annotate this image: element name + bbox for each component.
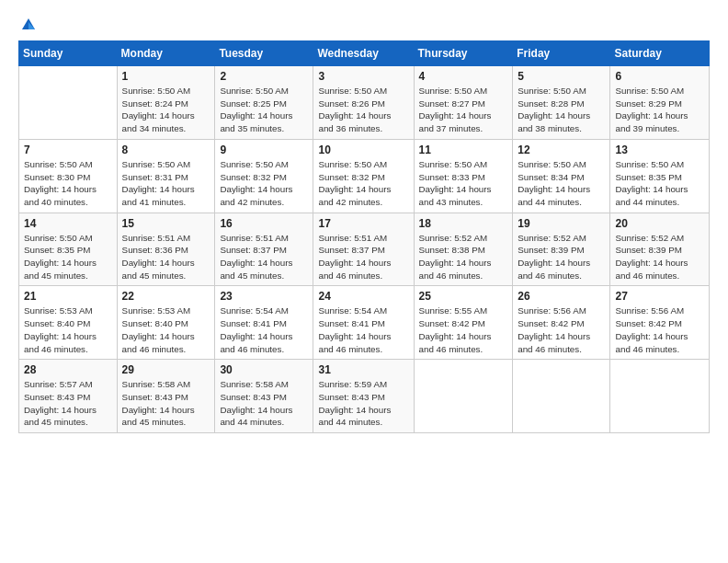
day-number: 17	[318, 217, 408, 230]
day-info: Sunrise: 5:50 AM Sunset: 8:35 PM Dayligh…	[24, 232, 112, 282]
day-number: 25	[419, 290, 508, 303]
calendar-cell: 31Sunrise: 5:59 AM Sunset: 8:43 PM Dayli…	[313, 360, 414, 433]
day-number: 12	[518, 144, 605, 156]
day-info: Sunrise: 5:52 AM Sunset: 8:39 PM Dayligh…	[615, 232, 704, 282]
day-number: 30	[220, 363, 308, 376]
calendar-cell: 16Sunrise: 5:51 AM Sunset: 8:37 PM Dayli…	[215, 213, 313, 286]
day-number: 5	[518, 70, 605, 83]
day-info: Sunrise: 5:56 AM Sunset: 8:42 PM Dayligh…	[615, 304, 704, 355]
day-info: Sunrise: 5:50 AM Sunset: 8:33 PM Dayligh…	[419, 158, 508, 209]
calendar-cell: 30Sunrise: 5:58 AM Sunset: 8:43 PM Dayli…	[215, 360, 313, 433]
day-number: 3	[318, 70, 408, 83]
calendar-cell: 1Sunrise: 5:50 AM Sunset: 8:24 PM Daylig…	[117, 66, 215, 140]
day-number: 28	[24, 363, 112, 376]
calendar-cell	[610, 360, 710, 433]
day-info: Sunrise: 5:50 AM Sunset: 8:35 PM Dayligh…	[615, 158, 704, 209]
day-info: Sunrise: 5:53 AM Sunset: 8:40 PM Dayligh…	[24, 304, 112, 355]
day-number: 1	[122, 70, 210, 83]
header-day-wednesday: Wednesday	[313, 41, 414, 66]
calendar-cell: 28Sunrise: 5:57 AM Sunset: 8:43 PM Dayli…	[19, 360, 118, 433]
calendar-cell	[513, 360, 610, 433]
day-number: 20	[615, 217, 704, 230]
day-number: 31	[318, 363, 408, 376]
header-day-sunday: Sunday	[19, 41, 118, 66]
calendar-week-4: 21Sunrise: 5:53 AM Sunset: 8:40 PM Dayli…	[19, 286, 710, 360]
day-number: 27	[615, 290, 704, 303]
calendar-cell: 22Sunrise: 5:53 AM Sunset: 8:40 PM Dayli…	[117, 286, 215, 360]
day-number: 19	[518, 217, 605, 230]
calendar-cell: 26Sunrise: 5:56 AM Sunset: 8:42 PM Dayli…	[513, 286, 610, 360]
calendar-cell	[19, 66, 118, 140]
day-number: 9	[220, 144, 308, 156]
day-info: Sunrise: 5:50 AM Sunset: 8:32 PM Dayligh…	[220, 158, 308, 209]
day-number: 10	[318, 144, 408, 156]
page: SundayMondayTuesdayWednesdayThursdayFrid…	[0, 0, 728, 563]
day-info: Sunrise: 5:50 AM Sunset: 8:28 PM Dayligh…	[518, 85, 605, 135]
day-number: 15	[122, 217, 210, 230]
calendar-cell: 6Sunrise: 5:50 AM Sunset: 8:29 PM Daylig…	[610, 66, 710, 140]
day-number: 11	[419, 144, 508, 156]
calendar-cell: 11Sunrise: 5:50 AM Sunset: 8:33 PM Dayli…	[414, 139, 513, 213]
day-number: 26	[518, 290, 605, 303]
calendar-cell: 3Sunrise: 5:50 AM Sunset: 8:26 PM Daylig…	[313, 66, 414, 140]
logo-icon	[20, 17, 37, 33]
calendar-week-3: 14Sunrise: 5:50 AM Sunset: 8:35 PM Dayli…	[19, 213, 710, 286]
day-info: Sunrise: 5:50 AM Sunset: 8:29 PM Dayligh…	[615, 85, 704, 135]
header-day-friday: Friday	[513, 41, 610, 66]
day-info: Sunrise: 5:50 AM Sunset: 8:31 PM Dayligh…	[122, 158, 210, 209]
day-number: 7	[24, 144, 112, 156]
day-number: 29	[122, 363, 210, 376]
calendar-cell: 27Sunrise: 5:56 AM Sunset: 8:42 PM Dayli…	[610, 286, 710, 360]
header-day-monday: Monday	[117, 41, 215, 66]
calendar-cell: 4Sunrise: 5:50 AM Sunset: 8:27 PM Daylig…	[414, 66, 513, 140]
calendar-cell: 19Sunrise: 5:52 AM Sunset: 8:39 PM Dayli…	[513, 213, 610, 286]
calendar-cell: 15Sunrise: 5:51 AM Sunset: 8:36 PM Dayli…	[117, 213, 215, 286]
day-number: 24	[318, 290, 408, 303]
day-info: Sunrise: 5:57 AM Sunset: 8:43 PM Dayligh…	[24, 378, 112, 429]
day-info: Sunrise: 5:53 AM Sunset: 8:40 PM Dayligh…	[122, 304, 210, 355]
calendar-cell	[414, 360, 513, 433]
day-info: Sunrise: 5:51 AM Sunset: 8:37 PM Dayligh…	[220, 232, 308, 282]
calendar-cell: 2Sunrise: 5:50 AM Sunset: 8:25 PM Daylig…	[215, 66, 313, 140]
day-info: Sunrise: 5:52 AM Sunset: 8:38 PM Dayligh…	[419, 232, 508, 282]
calendar-header-row: SundayMondayTuesdayWednesdayThursdayFrid…	[19, 41, 710, 66]
day-info: Sunrise: 5:59 AM Sunset: 8:43 PM Dayligh…	[318, 378, 408, 429]
day-info: Sunrise: 5:54 AM Sunset: 8:41 PM Dayligh…	[318, 304, 408, 355]
calendar-cell: 12Sunrise: 5:50 AM Sunset: 8:34 PM Dayli…	[513, 139, 610, 213]
day-number: 23	[220, 290, 308, 303]
calendar-cell: 23Sunrise: 5:54 AM Sunset: 8:41 PM Dayli…	[215, 286, 313, 360]
calendar: SundayMondayTuesdayWednesdayThursdayFrid…	[18, 40, 710, 433]
calendar-week-1: 1Sunrise: 5:50 AM Sunset: 8:24 PM Daylig…	[19, 66, 710, 140]
calendar-cell: 7Sunrise: 5:50 AM Sunset: 8:30 PM Daylig…	[19, 139, 118, 213]
day-info: Sunrise: 5:58 AM Sunset: 8:43 PM Dayligh…	[122, 378, 210, 429]
day-info: Sunrise: 5:58 AM Sunset: 8:43 PM Dayligh…	[220, 378, 308, 429]
calendar-week-2: 7Sunrise: 5:50 AM Sunset: 8:30 PM Daylig…	[19, 139, 710, 213]
day-info: Sunrise: 5:55 AM Sunset: 8:42 PM Dayligh…	[419, 304, 508, 355]
logo-text	[18, 17, 37, 33]
header-day-thursday: Thursday	[414, 41, 513, 66]
day-info: Sunrise: 5:50 AM Sunset: 8:26 PM Dayligh…	[318, 85, 408, 135]
calendar-cell: 13Sunrise: 5:50 AM Sunset: 8:35 PM Dayli…	[610, 139, 710, 213]
day-number: 18	[419, 217, 508, 230]
day-number: 21	[24, 290, 112, 303]
calendar-cell: 10Sunrise: 5:50 AM Sunset: 8:32 PM Dayli…	[313, 139, 414, 213]
calendar-cell: 18Sunrise: 5:52 AM Sunset: 8:38 PM Dayli…	[414, 213, 513, 286]
calendar-cell: 21Sunrise: 5:53 AM Sunset: 8:40 PM Dayli…	[19, 286, 118, 360]
calendar-cell: 9Sunrise: 5:50 AM Sunset: 8:32 PM Daylig…	[215, 139, 313, 213]
day-info: Sunrise: 5:54 AM Sunset: 8:41 PM Dayligh…	[220, 304, 308, 355]
day-info: Sunrise: 5:50 AM Sunset: 8:30 PM Dayligh…	[24, 158, 112, 209]
day-number: 14	[24, 217, 112, 230]
day-info: Sunrise: 5:56 AM Sunset: 8:42 PM Dayligh…	[518, 304, 605, 355]
day-info: Sunrise: 5:50 AM Sunset: 8:32 PM Dayligh…	[318, 158, 408, 209]
calendar-cell: 14Sunrise: 5:50 AM Sunset: 8:35 PM Dayli…	[19, 213, 118, 286]
calendar-cell: 24Sunrise: 5:54 AM Sunset: 8:41 PM Dayli…	[313, 286, 414, 360]
day-number: 4	[419, 70, 508, 83]
calendar-cell: 25Sunrise: 5:55 AM Sunset: 8:42 PM Dayli…	[414, 286, 513, 360]
calendar-week-5: 28Sunrise: 5:57 AM Sunset: 8:43 PM Dayli…	[19, 360, 710, 433]
header-day-tuesday: Tuesday	[215, 41, 313, 66]
day-number: 2	[220, 70, 308, 83]
day-info: Sunrise: 5:50 AM Sunset: 8:27 PM Dayligh…	[419, 85, 508, 135]
day-info: Sunrise: 5:51 AM Sunset: 8:37 PM Dayligh…	[318, 232, 408, 282]
day-number: 6	[615, 70, 704, 83]
logo	[18, 17, 37, 33]
